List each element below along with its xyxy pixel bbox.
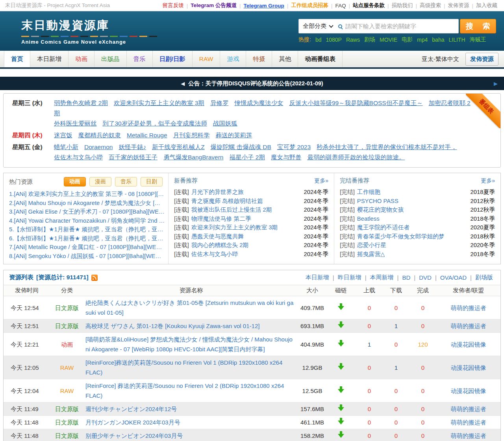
hot-resource-item[interactable]: 8.[ANi] Sengoku Yōko / 战国妖狐 - 07 [1080P]… [4, 252, 168, 261]
schedule-anime-link[interactable]: 葬送的芙莉莲 [216, 132, 252, 138]
topbar-link[interactable]: Telegram Group [244, 3, 284, 9]
anime-title-link[interactable]: 物理魔法使马修 第二季 [191, 216, 251, 222]
anime-title-link[interactable]: 佐佐木与文鸟小哔 [191, 251, 238, 257]
rss-icon[interactable] [91, 275, 98, 281]
category-dropdown[interactable]: 全部分类 [303, 22, 337, 30]
schedule-anime-link[interactable]: 异修罗 [210, 100, 229, 106]
schedule-anime-link[interactable]: 百千家的妖怪王子 [109, 154, 158, 161]
schedule-anime-link[interactable]: 妖怪手錶♪ [119, 144, 146, 150]
anime-title-link[interactable]: 摇曳露营△ [357, 251, 385, 257]
hot-search-keyword[interactable]: mp4 [417, 37, 428, 43]
schedule-anime-link[interactable]: 秒杀外挂太强了，异世界的傢伙们根本就不是对手， [317, 144, 457, 150]
schedule-anime-link[interactable]: 最弱的驯养师开啟的捡垃圾的旅途。 [307, 154, 405, 161]
nav-tab-动画番组表[interactable]: 动画番组表 [298, 51, 343, 67]
quick-link-本日新增[interactable]: 本日新增 [306, 274, 329, 281]
hot-search-keyword[interactable]: 海贼王 [470, 36, 486, 43]
hot-tab-动画[interactable]: 动画 [64, 177, 86, 186]
schedule-anime-link[interactable]: 弱势角色友崎君 2期 [54, 100, 108, 106]
hot-resource-item[interactable]: 6.【永恒译制】★1月新番★ 顽抗吧，亚当君（挣扎吧，亚当） / M... [4, 234, 168, 243]
announcement-prev-icon[interactable]: ◀ [181, 81, 185, 87]
resource-title-link[interactable]: [ReinForce] 葬送的芙莉莲/Sousou no Frieren Vol… [84, 379, 298, 402]
topbar-link[interactable]: 工作组成员招募 [291, 2, 328, 9]
topbar-link[interactable]: 发佈资源 [448, 2, 469, 9]
resource-title-link[interactable]: [喵萌奶茶屋&LoliHouse] 梦想成为魔法少女 / 憧憬成为魔法少女 / … [84, 333, 298, 356]
hot-resource-item[interactable]: 3.[ANi] Gekai Elise / 女王的手术刀 - 07 [1080P… [4, 207, 168, 216]
nav-tab-本日新增[interactable]: 本日新增 [30, 51, 69, 67]
anime-title-link[interactable]: Beatless [357, 216, 380, 222]
topbar-link[interactable]: FAQ [335, 3, 346, 9]
publisher-link[interactable]: 萌萌的搬运者 [436, 429, 500, 441]
quick-link-昨日新增[interactable]: 昨日新增 [338, 274, 361, 281]
announcement-next-icon[interactable]: ▶ [494, 81, 498, 87]
schedule-anime-link[interactable]: Doraemon [84, 144, 113, 150]
nav-tab-首页[interactable]: 首页 [4, 51, 30, 67]
schedule-anime-link[interactable]: 反派大小姐等级99～我是隐藏BOSS但不是魔王～ [289, 100, 422, 106]
anime-title-link[interactable]: 樱花庄的宠物女孩 [357, 207, 404, 213]
anime-title-link[interactable]: 我被逐出队伍后过上慢生活 2期 [191, 207, 272, 213]
anime-title-link[interactable]: 魔王学院的不适任者 [357, 224, 410, 231]
schedule-anime-link[interactable]: 迷宫饭 [54, 132, 72, 138]
nav-tab-出版品[interactable]: 出版品 [94, 51, 127, 67]
quick-link-剧场版[interactable]: 剧场版 [475, 274, 493, 281]
category-link[interactable]: RAW [50, 379, 84, 402]
anime-title-link[interactable]: 欢迎来到实力至上主义的教室 3期 [191, 224, 278, 231]
hot-resource-item[interactable]: 5.【永恒译制】★1月新番★ 顽抗吧，亚当君（挣扎吧，亚当） / M... [4, 225, 168, 234]
search-button[interactable]: 搜 索 [460, 19, 496, 33]
schedule-ribbon-label[interactable]: 番组表 [466, 94, 500, 128]
completed-more-link[interactable]: 更多» [481, 177, 495, 185]
anime-title-link[interactable]: 工作细胞 [357, 189, 380, 195]
schedule-anime-link[interactable]: 蜡笔小新 [54, 144, 78, 150]
publisher-link[interactable]: 萌萌的搬运者 [436, 296, 500, 319]
nav-tab-RAW[interactable]: RAW [193, 51, 220, 67]
anime-title-link[interactable]: 月光下的异世界之旅 [191, 189, 244, 195]
schedule-anime-link[interactable]: 佐佐木与文鸟小哔 [54, 154, 103, 161]
new-releases-more-link[interactable]: 更多» [314, 177, 328, 185]
category-link[interactable]: 日文原版 [50, 416, 84, 429]
schedule-anime-link[interactable]: 到了30岁还是处男，似乎会变成魔法师 [103, 120, 207, 127]
resource-title-link[interactable]: 别册少年チャンピオン2024年03月号 [84, 429, 298, 441]
schedule-anime-link[interactable]: 外科医生爱丽丝 [54, 120, 97, 127]
topbar-link[interactable]: 留言反馈 [163, 2, 184, 9]
hot-tab-日剧[interactable]: 日剧 [141, 177, 163, 186]
schedule-anime-link[interactable]: Metallic Rouge [127, 132, 167, 138]
anime-title-link[interactable]: 我内心的糟糕念头 2期 [191, 242, 249, 248]
magnet-download-icon[interactable] [338, 431, 344, 438]
resource-title-link[interactable]: 絶伦陆奥くんは大きいクリが好き 第01-05巻 [Zetsurin mutsuk… [84, 296, 298, 319]
publisher-link[interactable]: 萌萌的搬运者 [436, 416, 500, 429]
publisher-link[interactable]: 动漫花园镜像 [436, 379, 500, 402]
hot-search-keyword[interactable]: 1080P [326, 37, 341, 43]
schedule-anime-link[interactable]: 魔女与野兽 [271, 154, 302, 161]
quick-link-本周新增[interactable]: 本周新增 [370, 274, 394, 281]
quick-link-DVD[interactable]: DVD [419, 274, 432, 281]
category-link[interactable]: RAW [50, 356, 84, 379]
schedule-anime-link[interactable]: 福星小子 2期 [229, 154, 265, 161]
topbar-link[interactable]: Telegram 公告频道 [191, 2, 237, 9]
publisher-link[interactable]: 萌萌的搬运者 [436, 402, 500, 416]
magnet-download-icon[interactable] [338, 340, 344, 347]
anime-title-link[interactable]: PSYCHO PASS [357, 198, 398, 204]
nav-tab-日剧/日影[interactable]: 日剧/日影 [153, 51, 193, 67]
publisher-link[interactable]: 动漫花园镜像 [436, 333, 500, 356]
magnet-download-icon[interactable] [338, 386, 344, 393]
nav-tab-动画[interactable]: 动画 [69, 51, 94, 67]
category-link[interactable]: 动画 [50, 333, 84, 356]
anime-title-link[interactable]: 恋爱小行星 [357, 242, 386, 248]
schedule-anime-link[interactable]: 勇气爆发BangBravern [163, 154, 223, 161]
topbar-link[interactable]: 加入收藏 [476, 2, 497, 9]
category-link[interactable]: 日文原版 [50, 319, 84, 333]
resource-title-link[interactable]: 週刊少年チャンピオン2024年12号 [84, 402, 298, 416]
category-link[interactable]: 日文原版 [50, 429, 84, 441]
category-link[interactable]: 日文原版 [50, 296, 84, 319]
quick-link-BD[interactable]: BD [402, 274, 411, 281]
resource-title-link[interactable]: 月刊ガンガンJOKER 2024年03月号 [84, 416, 298, 429]
hot-tab-漫画[interactable]: 漫画 [89, 177, 111, 186]
nav-tab-特摄[interactable]: 特摄 [246, 51, 272, 67]
topbar-link[interactable]: 高级搜索 [420, 2, 441, 9]
anime-title-link[interactable]: 青春笨蛋少年不做兔女郎学姐的梦 [357, 233, 445, 240]
search-input[interactable] [345, 23, 454, 30]
announcement-text[interactable]: 公告：关于停用DISQUS评论系统的公告(2022-01-09) [188, 80, 323, 87]
publish-resource-button[interactable]: 发佈资源 [465, 53, 498, 66]
schedule-anime-link[interactable]: 欢迎来到实力至上主义的教室 3期 [114, 100, 204, 106]
hot-resource-item[interactable]: 7.[ANi] Metallic Rouge / 金属口红 - 07 [1080… [4, 243, 168, 252]
magnet-download-icon[interactable] [338, 418, 344, 424]
